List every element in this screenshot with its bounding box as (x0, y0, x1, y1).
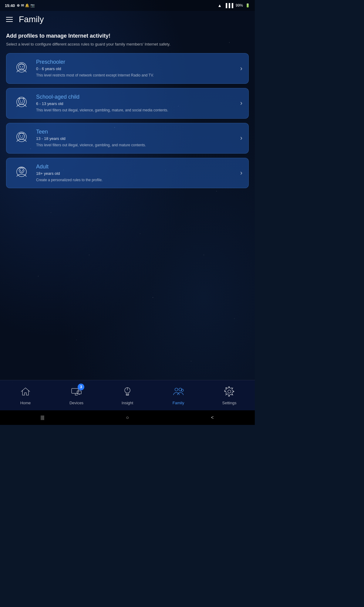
svg-point-3 (22, 66, 23, 67)
svg-point-9 (19, 133, 25, 139)
nav-item-home[interactable]: Home (12, 385, 39, 405)
intro-heading: Add profiles to manage Internet activity… (6, 33, 249, 39)
teen-name: Teen (36, 129, 235, 135)
status-indicators: ▲ ▐▐▐ 99% 🔋 (217, 3, 250, 8)
insight-icon (121, 385, 134, 398)
svg-point-22 (175, 388, 178, 391)
home-icon (19, 385, 32, 398)
status-time: 15:40 ⊕ ✉ 🔔 📷 (5, 3, 35, 8)
profile-card-preschooler[interactable]: Preschooler 0 - 6 years old This level r… (6, 53, 249, 84)
family-icon (172, 385, 185, 398)
adult-icon (12, 164, 31, 182)
intro-description: Select a level to configure different ac… (6, 42, 249, 47)
teen-icon (12, 129, 31, 147)
preschooler-info: Preschooler 0 - 6 years old This level r… (36, 59, 235, 78)
teen-age: 13 - 18 years old (36, 136, 235, 141)
devices-nav-label: Devices (69, 401, 83, 405)
chevron-right-icon: › (240, 65, 242, 73)
profile-card-school-child[interactable]: School-aged child 6 - 13 years old This … (6, 88, 249, 119)
school-child-name: School-aged child (36, 94, 235, 100)
preschooler-desc: This level restricts most of network con… (36, 73, 235, 78)
svg-point-15 (22, 170, 23, 171)
settings-nav-label: Settings (222, 401, 237, 405)
school-child-desc: This level filters out illegal, violence… (36, 108, 235, 113)
back-button[interactable]: < (203, 410, 221, 425)
page-title: Family (19, 15, 44, 24)
home-nav-label: Home (20, 401, 31, 405)
preschooler-name: Preschooler (36, 59, 235, 65)
battery-display: 99% (236, 3, 243, 8)
teen-info: Teen 13 - 18 years old This level filter… (36, 129, 235, 148)
adult-name: Adult (36, 164, 235, 170)
profile-card-adult[interactable]: Adult 18+ years old Create a personalize… (6, 158, 249, 188)
main-content: Add profiles to manage Internet activity… (0, 28, 255, 197)
school-child-icon (12, 94, 31, 112)
battery-icon: 🔋 (245, 3, 250, 8)
notification-icons: ⊕ ✉ 🔔 📷 (17, 3, 35, 8)
nav-item-settings[interactable]: Settings (216, 385, 243, 405)
school-child-age: 6 - 13 years old (36, 101, 235, 106)
school-child-info: School-aged child 6 - 13 years old This … (36, 94, 235, 113)
adult-info: Adult 18+ years old Create a personalize… (36, 164, 235, 183)
insight-nav-label: Insight (122, 401, 133, 405)
intro-section: Add profiles to manage Internet activity… (6, 33, 249, 47)
svg-point-11 (22, 136, 23, 137)
preschooler-icon (12, 59, 31, 78)
svg-point-10 (20, 136, 21, 137)
preschooler-age: 0 - 6 years old (36, 66, 235, 71)
adult-desc: Create a personalized rules to the profi… (36, 178, 235, 183)
svg-point-5 (19, 98, 25, 104)
svg-point-2 (20, 66, 21, 67)
home-button[interactable]: ○ (118, 410, 136, 425)
nav-item-insight[interactable]: Insight (114, 385, 141, 405)
wifi-icon: ▲ (217, 3, 222, 8)
svg-point-6 (20, 101, 21, 102)
signal-icon: ▐▐▐ (224, 3, 233, 8)
svg-point-7 (22, 101, 23, 102)
devices-badge: 3 (78, 384, 84, 390)
svg-point-14 (20, 170, 21, 171)
profile-card-teen[interactable]: Teen 13 - 18 years old This level filter… (6, 123, 249, 154)
time-display: 15:40 (5, 3, 15, 8)
settings-icon (223, 385, 236, 398)
svg-point-18 (79, 394, 80, 395)
devices-icon: 3 (70, 385, 83, 398)
nav-item-devices[interactable]: 3 Devices (63, 385, 90, 405)
bottom-nav: Home 3 Devices Insight (0, 380, 255, 410)
chevron-right-icon: › (240, 169, 242, 177)
chevron-right-icon: › (240, 99, 242, 107)
menu-button[interactable] (6, 17, 13, 22)
system-nav: ||| ○ < (0, 410, 255, 425)
svg-point-13 (19, 168, 24, 173)
family-nav-label: Family (173, 401, 184, 405)
adult-age: 18+ years old (36, 171, 235, 176)
status-bar: 15:40 ⊕ ✉ 🔔 📷 ▲ ▐▐▐ 99% 🔋 (0, 0, 255, 11)
teen-desc: This level filters out illegal, violence… (36, 143, 235, 148)
recent-apps-button[interactable]: ||| (33, 410, 52, 425)
chevron-right-icon: › (240, 134, 242, 142)
svg-point-25 (228, 390, 231, 393)
top-bar: Family (0, 11, 255, 28)
nav-item-family[interactable]: Family (165, 385, 192, 405)
